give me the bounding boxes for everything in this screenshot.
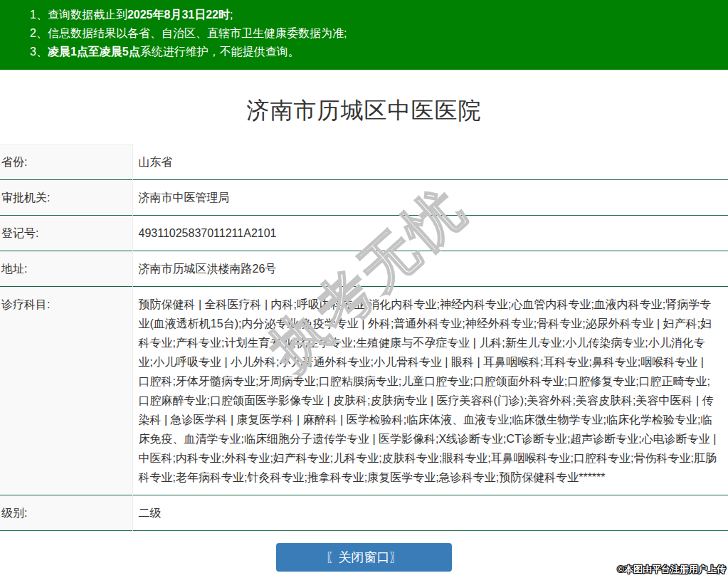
notice-text: ;: [230, 9, 233, 21]
table-row-level: 级别: 二级: [0, 495, 728, 531]
notice-bold-text: 凌晨1点至凌晨5点: [48, 46, 140, 58]
notice-bold-text: 2025年8月31日22时: [127, 9, 230, 21]
row-value: 济南市中医管理局: [132, 180, 728, 216]
notice-text: 3、: [30, 46, 48, 58]
table-row-departments: 诊疗科目: 预防保健科 | 全科医疗科 | 内科;呼吸内科专业;消化内科专业;神…: [0, 287, 728, 495]
notice-text: 1、查询数据截止到: [30, 9, 127, 21]
row-value: 二级: [132, 495, 728, 531]
notice-line-1: 1、查询数据截止到2025年8月31日22时;: [30, 6, 717, 24]
notice-text: 系统进行维护，不能提供查询。: [140, 46, 300, 58]
row-value: 山东省: [132, 144, 728, 180]
page-title: 济南市历城区中医医院: [0, 95, 728, 127]
row-label: 诊疗科目:: [0, 287, 132, 495]
row-value: 49311025837011211A2101: [132, 216, 728, 251]
table-row-address: 地址: 济南市历城区洪楼南路26号: [0, 251, 728, 287]
row-label: 省份:: [0, 144, 132, 180]
row-value: 预防保健科 | 全科医疗科 | 内科;呼吸内科专业;消化内科专业;神经内科专业;…: [132, 287, 728, 495]
table-row-registration-number: 登记号: 49311025837011211A2101: [0, 216, 728, 251]
row-label: 审批机关:: [0, 180, 132, 216]
row-label: 登记号:: [0, 216, 132, 251]
notice-line-2: 2、信息数据结果以各省、自治区、直辖市卫生健康委数据为准;: [30, 24, 717, 43]
row-label: 级别:: [0, 495, 132, 531]
close-window-button[interactable]: 〖关闭窗口〗: [276, 543, 452, 572]
row-value: 济南市历城区洪楼南路26号: [132, 251, 728, 287]
notice-banner: 1、查询数据截止到2025年8月31日22时; 2、信息数据结果以各省、自治区、…: [0, 0, 728, 70]
notice-text: 2、信息数据结果以各省、自治区、直辖市卫生健康委数据为准;: [30, 27, 347, 39]
row-label: 地址:: [0, 251, 132, 287]
info-table: 省份: 山东省 审批机关: 济南市中医管理局 登记号: 493110258370…: [0, 144, 728, 531]
upload-copyright-badge: ©本图由平台注册用户上传: [617, 563, 726, 576]
table-row-approval-authority: 审批机关: 济南市中医管理局: [0, 180, 728, 216]
notice-line-3: 3、凌晨1点至凌晨5点系统进行维护，不能提供查询。: [30, 43, 717, 61]
table-row-province: 省份: 山东省: [0, 144, 728, 180]
